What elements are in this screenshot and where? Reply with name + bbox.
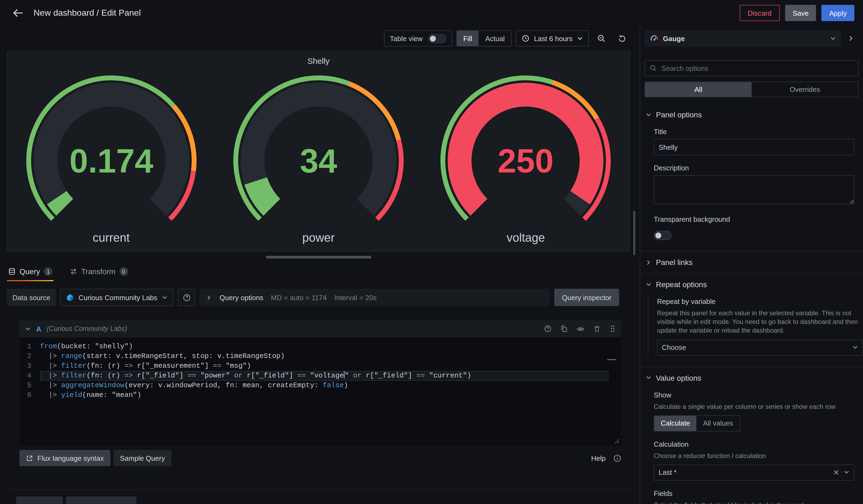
help-label[interactable]: Help — [591, 454, 606, 462]
transform-count-badge: 0 — [119, 267, 128, 276]
flux-syntax-button[interactable]: Flux language syntax — [20, 450, 110, 466]
show-mode-group: Calculate All values — [654, 415, 740, 431]
query-options-label: Query options — [220, 293, 263, 302]
line-number: 4 — [20, 371, 40, 381]
repeat-options-header[interactable]: Repeat options — [640, 274, 863, 295]
time-range-picker[interactable]: Last 6 hours — [516, 30, 589, 47]
external-link-icon — [26, 454, 33, 462]
code-line[interactable]: 3 |> filter(fn: (r) => r["_measurement"]… — [20, 361, 621, 371]
repeat-variable-select[interactable]: Choose — [657, 339, 863, 355]
influxdb-datasource-icon — [66, 293, 74, 302]
editor-resize-grip[interactable] — [614, 438, 620, 444]
code-line[interactable]: 5 |> aggregateWindow(every: v.windowPeri… — [20, 381, 621, 390]
datasource-help-button[interactable] — [178, 289, 195, 306]
save-button[interactable]: Save — [785, 5, 816, 21]
chevron-down-icon — [646, 281, 652, 287]
datasource-picker[interactable]: Curious Community Labs — [60, 289, 174, 306]
discard-button[interactable]: Discard — [740, 5, 780, 21]
calculate-option[interactable]: Calculate — [654, 416, 697, 431]
panel-links-header[interactable]: Panel links — [640, 251, 863, 273]
code-line[interactable]: 4 |> filter(fn: (r) => r["_field"] == "p… — [20, 371, 621, 381]
datasource-name: Curious Community Labs — [78, 293, 157, 302]
panel-title-input[interactable] — [654, 139, 854, 155]
chevron-down-icon — [25, 326, 31, 332]
query-editor-footer: Flux language syntax Sample Query Help — [20, 450, 621, 466]
actual-button[interactable]: Actual — [479, 31, 511, 46]
apply-button[interactable]: Apply — [822, 5, 854, 21]
transparent-background-label: Transparent background — [654, 215, 854, 223]
panel-options-header[interactable]: Panel options — [640, 104, 863, 125]
title-label: Title — [654, 128, 854, 136]
value-options-header[interactable]: Value options — [640, 367, 863, 389]
gauge-value: 34 — [300, 142, 337, 179]
panel-description-textarea[interactable] — [654, 175, 854, 204]
code-line[interactable]: 2 |> range(start: v.timeRangeStart, stop… — [20, 352, 621, 361]
bottom-toolbar-button[interactable] — [66, 496, 136, 504]
duplicate-query-icon[interactable] — [560, 325, 568, 332]
collapse-options-pane-button[interactable] — [843, 30, 859, 47]
visualization-picker[interactable]: Gauge — [645, 30, 841, 47]
clock-icon — [522, 35, 530, 42]
options-sidebar: Gauge All Overrides — [640, 26, 863, 504]
gauges-row: 0.174 current 34 power 250 voltage — [8, 67, 629, 251]
code-line[interactable]: 1from(bucket: "shelly") — [20, 342, 621, 352]
transform-icon — [70, 268, 78, 275]
tab-all[interactable]: All — [645, 82, 752, 97]
gauge-chart: 0.174 — [14, 67, 209, 230]
clear-icon[interactable] — [833, 470, 839, 476]
chevron-right-icon — [646, 259, 652, 265]
fill-actual-group: Fill Actual — [456, 30, 512, 47]
back-button[interactable] — [9, 4, 27, 22]
gauge-value: 250 — [498, 142, 554, 179]
search-options-input[interactable] — [661, 64, 854, 72]
visualization-name: Gauge — [663, 34, 685, 42]
chevron-down-icon — [843, 470, 850, 476]
tab-query[interactable]: Query 1 — [7, 264, 54, 281]
query-row-actions — [544, 325, 616, 333]
info-circle-icon[interactable] — [613, 454, 621, 462]
code-editor[interactable]: 1from(bucket: "shelly")2 |> range(start:… — [20, 338, 621, 445]
main-scrollbar-thumb[interactable] — [633, 211, 635, 255]
line-number: 6 — [20, 390, 40, 400]
transparent-background-toggle[interactable] — [654, 231, 672, 240]
all-values-option[interactable]: All values — [697, 416, 739, 431]
description-label: Description — [654, 164, 854, 172]
page-title: New dashboard / Edit Panel — [34, 8, 141, 18]
fields-description: Select the fields that should be include… — [654, 501, 854, 504]
gauge-chart: 250 — [428, 67, 623, 230]
panel-resize-handle[interactable] — [266, 256, 371, 259]
calculation-label: Calculation — [654, 440, 854, 448]
tab-overrides[interactable]: Overrides — [752, 82, 858, 97]
gauge-panel[interactable]: Shelly 0.174 current 34 power 250 voltag… — [7, 51, 630, 251]
gauge: 250 voltage — [422, 67, 629, 245]
gauge-value: 0.174 — [69, 142, 153, 179]
edit-panel-main-area: Table view Fill Actual Last 6 hours — [0, 26, 637, 504]
drag-handle-icon[interactable] — [609, 325, 616, 332]
show-description: Calculate a single value per column or s… — [654, 402, 854, 411]
code-line[interactable]: 6 |> yield(name: "mean") — [20, 390, 621, 400]
sample-query-button[interactable]: Sample Query — [114, 450, 172, 466]
query-options-toggle[interactable]: Query options MD = auto = 1174 Interval … — [200, 289, 550, 306]
line-number: 3 — [20, 361, 40, 371]
chevron-down-icon — [162, 294, 167, 300]
grafana-edit-panel: New dashboard / Edit Panel Discard Save … — [0, 0, 863, 504]
zoom-out-button[interactable] — [593, 30, 609, 47]
query-inspector-button[interactable]: Query inspector — [554, 289, 619, 306]
refresh-button[interactable] — [614, 30, 630, 47]
repeat-by-variable-description: Repeat this panel for each value in the … — [657, 309, 863, 335]
editor-scroll-indicator — [607, 359, 616, 360]
show-label: Show — [654, 391, 854, 399]
hide-response-eye-icon[interactable] — [576, 325, 585, 333]
delete-query-trash-icon[interactable] — [593, 325, 601, 332]
fill-button[interactable]: Fill — [456, 31, 478, 46]
gauge-label: voltage — [506, 231, 545, 245]
datasource-label: Data source — [7, 289, 56, 306]
panel-title: Shelly — [8, 51, 629, 67]
bottom-toolbar-button[interactable] — [16, 496, 63, 504]
calculation-select[interactable]: Last * — [654, 465, 854, 481]
search-options-box — [645, 60, 859, 76]
table-view-toggle[interactable] — [428, 34, 446, 43]
help-icon[interactable] — [544, 325, 552, 332]
tab-transform[interactable]: Transform 0 — [69, 264, 129, 281]
query-row-header[interactable]: A (Curious Community Labs) — [20, 320, 621, 338]
